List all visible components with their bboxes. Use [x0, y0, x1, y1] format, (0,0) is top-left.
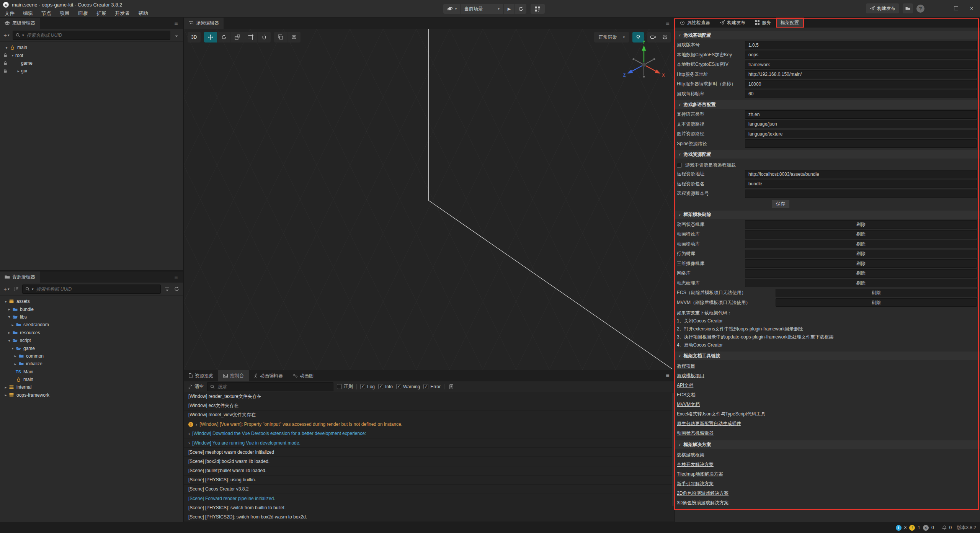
remove-module-button[interactable]: 剔除: [745, 220, 977, 229]
tab-animation-editor[interactable]: 动画编辑器: [249, 370, 288, 381]
orientation-gizmo[interactable]: Y X Z: [621, 40, 667, 86]
console-message-info[interactable]: [Scene] Forward render pipeline initiali…: [184, 494, 675, 503]
play-button[interactable]: [503, 4, 514, 14]
warning-count-icon[interactable]: !: [909, 525, 915, 531]
chevron-right-icon[interactable]: [10, 323, 15, 327]
menu-developer[interactable]: 开发者: [111, 10, 134, 17]
filter-log-checkbox[interactable]: Log: [360, 384, 375, 389]
chevron-right-icon[interactable]: [7, 330, 12, 335]
chevron-right-icon[interactable]: [13, 362, 18, 366]
menu-edit[interactable]: 编辑: [19, 10, 37, 17]
chevron-right-icon[interactable]: [13, 354, 18, 358]
tree-node-game[interactable]: game: [0, 59, 183, 67]
restart-button[interactable]: [514, 4, 526, 14]
asset-node-oops-framework[interactable]: oops-framework: [0, 391, 183, 399]
section-game-basic[interactable]: 游戏基础配置: [675, 31, 980, 39]
link-tutorial-project[interactable]: 教程项目: [677, 361, 695, 371]
open-project-folder-button[interactable]: [903, 3, 913, 13]
console-message[interactable]: [Scene] [PHYSICS2D]: switch from box2d-w…: [184, 512, 675, 522]
section-solutions[interactable]: 框架解决方案: [675, 440, 980, 449]
frame-rate-input[interactable]: [745, 90, 977, 98]
save-button[interactable]: 保存: [772, 200, 789, 208]
chevron-right-icon[interactable]: [16, 69, 21, 73]
window-maximize-button[interactable]: [950, 5, 962, 11]
remove-module-button[interactable]: 剔除: [745, 259, 977, 268]
build-publish-button[interactable]: 构建发布: [866, 3, 899, 13]
asset-node-libs[interactable]: libs: [0, 313, 183, 321]
checkbox-icon[interactable]: [677, 163, 682, 168]
tree-node-root[interactable]: root: [0, 51, 183, 59]
link-hotupdate-plugin[interactable]: 原生包热更新配置自动生成插件: [677, 419, 741, 428]
refresh-assets-button[interactable]: [173, 285, 180, 293]
hierarchy-search-input[interactable]: [26, 32, 167, 38]
scene-viewport[interactable]: 3D: [184, 29, 675, 370]
console-clear-button[interactable]: 清空: [188, 383, 204, 390]
asset-node-internal[interactable]: internal: [0, 383, 183, 391]
console-message[interactable]: [Scene] [bullet]:bullet wasm lib loaded.: [184, 466, 675, 476]
remove-module-button[interactable]: 剔除: [745, 279, 977, 287]
remote-res-version-input[interactable]: [745, 190, 977, 198]
asset-node-seedrandom[interactable]: seedrandom: [0, 321, 183, 329]
chevron-down-icon[interactable]: [10, 53, 15, 57]
chevron-down-icon[interactable]: [7, 315, 12, 319]
platform-select-button[interactable]: ▾: [443, 4, 460, 14]
rotate-tool-button[interactable]: [217, 32, 230, 43]
panel-menu-button[interactable]: [169, 18, 183, 29]
panel-menu-button[interactable]: [169, 271, 183, 283]
languages-input[interactable]: [745, 110, 977, 119]
asset-node-bundle[interactable]: bundle: [0, 305, 183, 313]
console-scrollbar[interactable]: [672, 393, 674, 506]
sort-assets-button[interactable]: [13, 285, 20, 293]
console-message[interactable]: [Scene] [box2d]:box2d wasm lib loaded.: [184, 457, 675, 466]
console-message[interactable]: [Scene] [PHYSICS]: switch from builtin t…: [184, 503, 675, 512]
move-tool-button[interactable]: [204, 32, 217, 43]
asset-node-initialize[interactable]: initialize: [0, 360, 183, 368]
tab-services[interactable]: 服务: [750, 18, 776, 28]
rect-tool-button[interactable]: [244, 32, 257, 43]
section-doc-links[interactable]: 框架文档工具链接: [675, 352, 980, 360]
remove-module-button[interactable]: 剔除: [745, 240, 977, 248]
menu-file[interactable]: 文件: [0, 10, 19, 17]
tab-scene-editor[interactable]: 场景编辑器: [184, 18, 224, 29]
link-animator-editor[interactable]: 动画状态机编辑器: [677, 428, 714, 438]
http-timeout-input[interactable]: [745, 80, 977, 88]
remote-bundle-name-input[interactable]: [745, 180, 977, 188]
filter-warning-checkbox[interactable]: Warning: [396, 384, 420, 389]
link-2d-rpg-solution[interactable]: 2D角色扮演游戏解决方案: [677, 489, 728, 498]
console-message[interactable]: [Window] model_view文件夹存在: [184, 410, 675, 420]
menu-help[interactable]: 帮助: [134, 10, 152, 17]
ui-transform-tool-button[interactable]: [257, 32, 271, 43]
console-message-info[interactable]: [Window] Download the Vue Devtools exten…: [184, 429, 675, 438]
chevron-down-icon[interactable]: [10, 346, 15, 350]
assets-search[interactable]: ▾: [22, 284, 161, 294]
bell-icon[interactable]: [942, 525, 947, 530]
panel-menu-button[interactable]: [661, 18, 675, 29]
link-guide-solution[interactable]: 新手引导解决方案: [677, 479, 714, 489]
panel-menu-button[interactable]: [661, 370, 675, 381]
asset-node-main-ts[interactable]: TS Main: [0, 368, 183, 376]
assets-search-input[interactable]: [36, 286, 158, 292]
chevron-down-icon[interactable]: [3, 299, 8, 304]
asset-node-script[interactable]: script: [0, 337, 183, 344]
section-module-strip[interactable]: 框架模块剔除: [675, 211, 980, 219]
chevron-down-icon[interactable]: [7, 338, 12, 343]
scene-select-dropdown[interactable]: 当前场景 ▾: [460, 4, 503, 14]
filter-error-checkbox[interactable]: Error: [423, 384, 441, 389]
filter-button[interactable]: [173, 31, 180, 39]
remove-module-button[interactable]: 剔除: [776, 298, 977, 307]
tab-asset-preview[interactable]: 资源预览: [184, 370, 218, 381]
view-mode-3d-button[interactable]: 3D: [188, 32, 201, 43]
remove-module-button[interactable]: 剔除: [776, 289, 977, 297]
remove-module-button[interactable]: 剔除: [745, 269, 977, 278]
inspector-scrollbar[interactable]: [978, 436, 979, 473]
tab-build-publish[interactable]: 构建发布: [715, 18, 750, 28]
scale-tool-button[interactable]: [230, 32, 244, 43]
asset-node-main-scene[interactable]: main: [0, 376, 183, 383]
link-strategy-framework[interactable]: 战棋游戏框架: [677, 450, 704, 460]
game-version-input[interactable]: [745, 41, 977, 49]
text-res-path-input[interactable]: [745, 120, 977, 128]
menu-extension[interactable]: 扩展: [92, 10, 111, 17]
asset-node-game[interactable]: game: [0, 344, 183, 352]
chevron-right-icon[interactable]: [7, 307, 12, 311]
hierarchy-search[interactable]: ▾: [13, 31, 170, 40]
